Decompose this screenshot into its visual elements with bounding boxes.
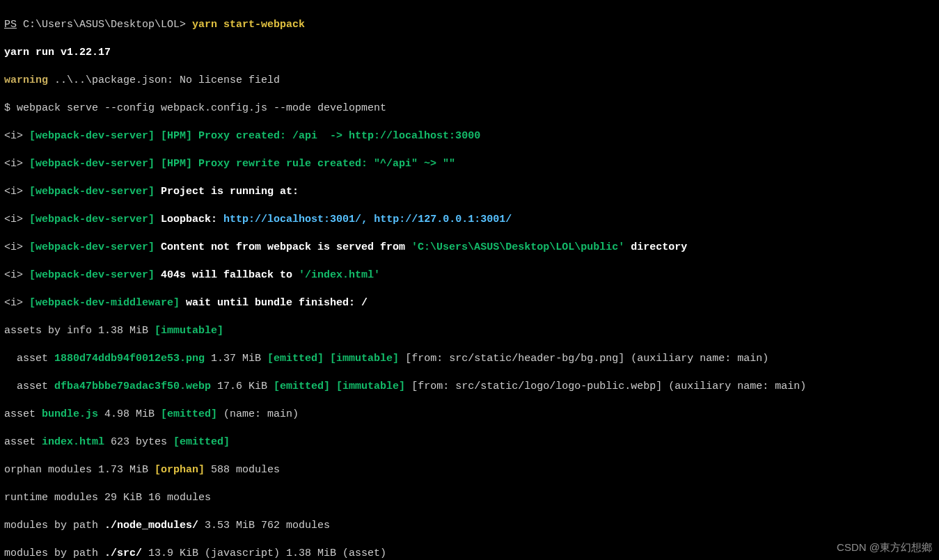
- bundle-js: bundle.js: [42, 408, 98, 420]
- dollar-command: $ webpack serve --config webpack.config.…: [4, 102, 935, 115]
- warning-label: warning: [4, 74, 48, 86]
- loopback-url-1: http://localhost:3001/: [223, 214, 361, 225]
- loopback-url-2: http://127.0.0.1:3001/: [374, 214, 512, 225]
- hpm-tag: [HPM]: [155, 130, 192, 142]
- asset-hash-png: 1880d74ddb94f0012e53.png: [54, 353, 205, 365]
- cwd: C:\Users\ASUS\Desktop\LOL>: [17, 19, 192, 31]
- ps-label: PS: [4, 19, 17, 31]
- runtime-modules: runtime modules 29 KiB 16 modules: [4, 491, 935, 505]
- terminal-output[interactable]: PS C:\Users\ASUS\Desktop\LOL> yarn start…: [0, 0, 939, 560]
- running-label: Project is running at:: [155, 186, 299, 198]
- proxy-created: Proxy created: /api -> http://localhost:…: [192, 130, 480, 142]
- command: yarn start-webpack: [192, 19, 305, 31]
- prompt-line: PS C:\Users\ASUS\Desktop\LOL> yarn start…: [4, 18, 935, 32]
- wds-tag: [webpack-dev-server]: [23, 130, 155, 142]
- fallback-path: '/index.html': [299, 269, 380, 281]
- proxy-rewrite: Proxy rewrite rule created: "^/api" ~> "…: [192, 158, 455, 170]
- mw-text: wait until bundle finished: /: [180, 297, 368, 309]
- warning-text: ..\..\package.json: No license field: [48, 74, 280, 86]
- orphan-tag: [orphan]: [155, 464, 205, 476]
- content-path: 'C:\Users\ASUS\Desktop\LOL\public': [411, 241, 624, 253]
- asset-hash-webp: dfba47bbbe79adac3f50.webp: [54, 381, 211, 392]
- mw-tag: [webpack-dev-middleware]: [23, 297, 180, 309]
- index-html: index.html: [42, 436, 104, 448]
- yarn-run: yarn run v1.22.17: [4, 47, 111, 58]
